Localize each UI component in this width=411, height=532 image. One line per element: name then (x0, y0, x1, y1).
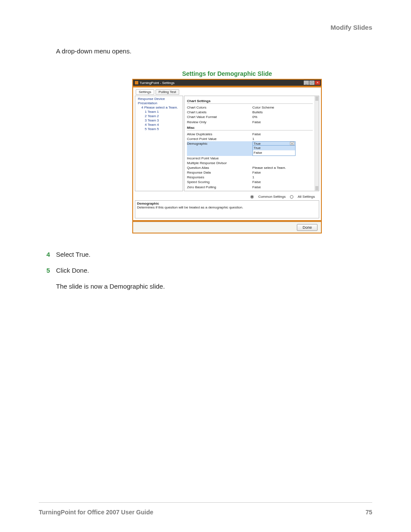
section-misc: Misc (187, 126, 313, 131)
tree-item[interactable]: 2 Team 2 (137, 114, 181, 118)
tree-item[interactable]: Presentation (137, 101, 181, 105)
setting-label: Review Only (187, 120, 252, 124)
setting-label: Multiple Response Divisor (187, 161, 252, 165)
chevron-down-icon[interactable]: v (290, 142, 294, 145)
scrollbar[interactable] (314, 96, 319, 191)
page-footer: TurningPoint for Office 2007 User Guide … (39, 502, 372, 516)
setting-value[interactable]: Color Scheme (252, 105, 313, 110)
setting-value[interactable]: False (252, 132, 313, 137)
setting-value[interactable]: 1 (252, 175, 313, 180)
setting-label: Responses (187, 175, 252, 180)
titlebar: TurningPoint - Settings _ □ × (133, 80, 321, 86)
intro-paragraph: A drop-down menu opens. (56, 47, 372, 55)
closing-paragraph: The slide is now a Demographic slide. (56, 283, 372, 290)
tree-item[interactable]: 4 Team 4 (137, 123, 181, 127)
tab-row: Settings Polling Test (133, 87, 321, 96)
setting-label: Speed Scoring (187, 180, 252, 184)
setting-label: Chart Colors (187, 105, 252, 110)
setting-value[interactable]: Bullets (252, 110, 313, 115)
step-number: 5 (39, 267, 56, 274)
setting-value[interactable]: 1 (252, 137, 313, 141)
footer-guide-title: TurningPoint for Office 2007 User Guide (39, 509, 153, 516)
tab-settings[interactable]: Settings (136, 89, 154, 95)
description-text: Determines if this question will be trea… (137, 205, 317, 209)
setting-label: Chart Labels (187, 110, 252, 115)
step-number: 4 (39, 251, 56, 258)
radio-common-settings[interactable] (250, 195, 254, 199)
app-icon (135, 81, 138, 84)
minimize-icon[interactable]: _ (304, 81, 309, 85)
done-button[interactable]: Done (297, 224, 318, 231)
setting-value[interactable] (252, 161, 313, 165)
tree-item[interactable]: Response Device (137, 97, 181, 101)
section-header: Modify Slides (39, 24, 372, 31)
dropdown-option-true[interactable]: True (253, 146, 295, 150)
settings-panel: Chart Settings Chart ColorsColor Scheme … (184, 96, 319, 191)
setting-label: Incorrect Point Value (187, 156, 252, 161)
setting-value[interactable]: 0% (252, 115, 313, 119)
step-text: Select True. (56, 251, 90, 258)
screenshot-container: TurningPoint - Settings _ □ × Settings P… (82, 79, 372, 233)
footer-page-number: 75 (365, 509, 372, 516)
setting-label-demographic: Demographic (187, 141, 252, 156)
section-chart-settings: Chart Settings (187, 99, 313, 104)
setting-label: Question Alias (187, 165, 252, 170)
setting-value[interactable]: False (252, 185, 313, 190)
tree-item[interactable]: 3 Team 3 (137, 118, 181, 122)
step-4: 4 Select True. (39, 251, 372, 258)
close-icon[interactable]: × (315, 81, 320, 85)
description-title: Demographic (137, 202, 317, 205)
nav-tree[interactable]: Response Device Presentation 4 Please se… (135, 96, 183, 191)
radio-all-settings[interactable] (290, 195, 293, 199)
window-title: TurningPoint - Settings (140, 81, 174, 85)
dropdown-list[interactable]: True False (252, 145, 296, 156)
section-response-reminders: Response Reminders Settings (187, 191, 313, 191)
dropdown-option-false[interactable]: False (253, 150, 295, 155)
dialog-button-row: Done (133, 222, 321, 233)
tree-item[interactable]: 5 Team 5 (137, 127, 181, 131)
step-text: Click Done. (56, 267, 89, 274)
settings-scope-radios: Common Settings All Settings (133, 193, 321, 199)
figure-caption: Settings for Demographic Slide (82, 70, 372, 77)
radio-label: All Settings (298, 195, 315, 199)
setting-value[interactable]: False (252, 120, 313, 124)
settings-window: TurningPoint - Settings _ □ × Settings P… (132, 79, 322, 233)
setting-value[interactable]: False (252, 180, 313, 184)
setting-value[interactable]: False (252, 170, 313, 175)
radio-label: Common Settings (258, 195, 286, 199)
setting-value[interactable] (252, 156, 313, 161)
tree-item[interactable]: 4 Please select a Team. (137, 106, 181, 109)
description-box: Demographic Determines if this question … (135, 200, 319, 218)
tree-item[interactable]: 1 Team 1 (137, 110, 181, 114)
setting-value[interactable]: Please select a Team. (252, 165, 313, 170)
setting-label: Zero Based Polling (187, 185, 252, 190)
tab-polling-test[interactable]: Polling Test (156, 89, 179, 95)
setting-label: Correct Point Value (187, 137, 252, 141)
setting-label: Response Data (187, 170, 252, 175)
step-5: 5 Click Done. (39, 267, 372, 274)
setting-label: Allow Duplicates (187, 132, 252, 137)
setting-label: Chart Value Format (187, 115, 252, 119)
maximize-icon[interactable]: □ (309, 81, 314, 85)
